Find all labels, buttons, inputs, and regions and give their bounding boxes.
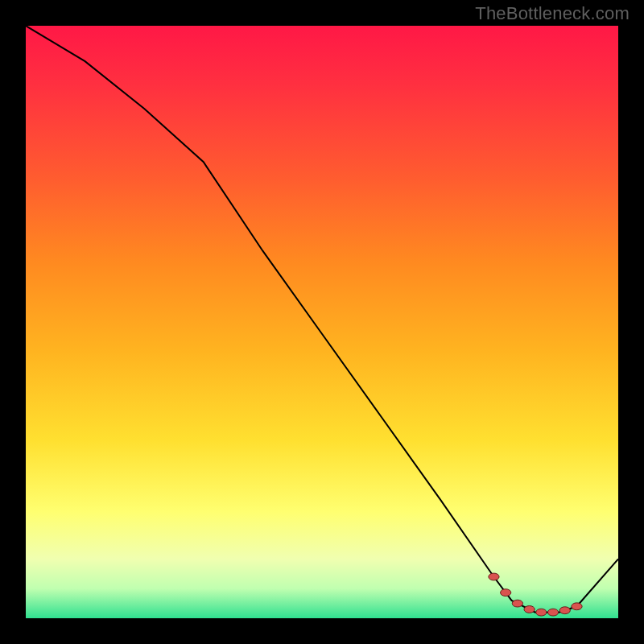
- bottleneck-curve: [26, 26, 618, 618]
- optimum-marker: [547, 609, 558, 616]
- watermark-text: TheBottleneck.com: [475, 3, 630, 24]
- chart-frame: TheBottleneck.com: [0, 0, 644, 644]
- optimum-marker: [536, 609, 547, 616]
- optimum-marker: [524, 606, 535, 613]
- optimum-marker: [489, 573, 499, 580]
- optimum-marker: [572, 603, 582, 610]
- curve-path: [26, 26, 618, 613]
- optimum-marker: [559, 607, 570, 614]
- optimum-marker: [501, 589, 511, 597]
- optimum-marker: [512, 600, 522, 607]
- plot-area: [26, 26, 618, 618]
